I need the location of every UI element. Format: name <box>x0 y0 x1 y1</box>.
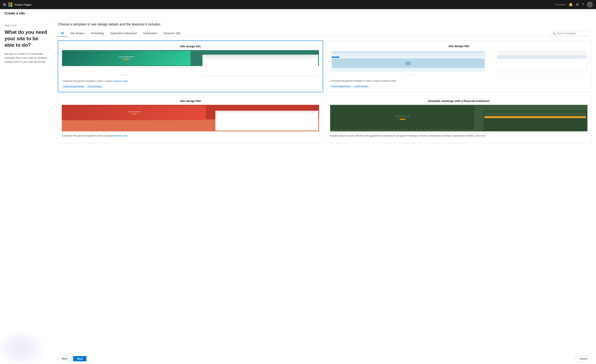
apps-icon[interactable]: ⊞ <box>3 2 6 7</box>
nav-logo: Power Pages <box>8 2 31 7</box>
template-title-schedule: Schedule meetings with a financial insti… <box>330 99 588 103</box>
environment-label: Environment <box>555 4 566 6</box>
template-preview-003: Create an engaging headline, welcome, or… <box>62 105 319 131</box>
template-preview-001: Create an engaging headline, welcome, or… <box>62 50 319 77</box>
template-tags-001: Power Portals Default Cross-Industry <box>62 85 319 88</box>
template-desc-002: Customize this generic template to solve… <box>330 79 588 83</box>
tag-cross-industry-002: Cross-Industry <box>353 85 370 88</box>
preview-side-002 <box>497 51 587 72</box>
tab-all[interactable]: All <box>58 30 67 37</box>
page-header: Create a site <box>0 9 596 18</box>
template-desc-link-001: business need. <box>113 80 128 82</box>
template-tags-002: Power Pages Blank Cross-Industry <box>330 85 588 88</box>
tab-application-submission[interactable]: Application submission <box>107 30 140 37</box>
template-preview-schedule: Welcome to [Insert Institution Name] Boo… <box>330 105 588 131</box>
content-header: Choose a template to see design details … <box>53 18 596 37</box>
environment-area: Environment <box>555 4 566 6</box>
template-card-site-design-001[interactable]: Site design 001 Create an engaging headl… <box>58 40 323 92</box>
template-title-001: Site design 001 <box>62 45 319 48</box>
svg-rect-2 <box>8 5 10 7</box>
template-card-schedule-meetings[interactable]: Schedule meetings with a financial insti… <box>326 95 591 144</box>
user-avatar[interactable] <box>587 1 593 7</box>
template-card-site-design-002[interactable]: Site design 002 <box>326 40 591 92</box>
next-button[interactable]: Next <box>73 356 86 361</box>
page-title: Create a site <box>5 11 25 15</box>
settings-icon[interactable]: ⚙ <box>576 2 579 7</box>
preview-detail-003 <box>215 111 318 131</box>
template-desc-link-003: business need <box>113 134 127 137</box>
preview-detail-001 <box>202 55 318 76</box>
tag-power-portals-default: Power Portals Default <box>62 85 85 88</box>
sidebar: Step 1 of 2 What do you need your site t… <box>0 18 53 364</box>
template-desc-001: Customize this generic template to solve… <box>62 79 319 83</box>
top-nav: ⊞ Power Pages Environment 🔔 ⚙ ? <box>0 0 596 9</box>
preview-detail-schedule <box>484 111 587 131</box>
template-preview-002: Introduction section <box>330 50 588 76</box>
help-icon[interactable]: ? <box>582 3 584 7</box>
step-indicator: Step 1 of 2 <box>5 24 48 27</box>
svg-rect-0 <box>8 2 10 4</box>
preview-image-003: Create an engaging headline, welcome, or… <box>62 105 319 131</box>
svg-rect-1 <box>10 2 12 4</box>
template-desc-003: Customize this generic template to solve… <box>62 134 319 137</box>
bottom-bar: Back Next Cancel <box>53 354 596 364</box>
bell-icon[interactable]: 🔔 <box>569 2 573 7</box>
template-desc-schedule: Enables simple location selection and ap… <box>330 134 588 137</box>
template-title-003: Site design 003 <box>62 99 319 103</box>
template-card-site-design-003[interactable]: Site design 003 Create an engaging headl… <box>58 95 323 144</box>
preview-main-002 <box>331 51 485 72</box>
sidebar-heading: What do you need your site to be able to… <box>5 29 48 48</box>
tab-registration[interactable]: Registration <box>140 30 161 37</box>
app-title: Power Pages <box>15 3 31 6</box>
preview-image-001: Create an engaging headline, welcome, or… <box>62 50 319 77</box>
tab-site-designs[interactable]: Site designs <box>67 30 88 37</box>
search-input[interactable] <box>557 32 585 35</box>
content-title: Choose a template to see design details … <box>58 22 591 26</box>
svg-rect-3 <box>10 5 12 7</box>
tag-power-pages-blank: Power Pages Blank <box>330 85 351 88</box>
microsoft-logo <box>8 2 12 7</box>
template-title-002: Site design 002 <box>330 45 588 48</box>
templates-grid: Site design 001 Create an engaging headl… <box>53 37 596 354</box>
tab-dynamics365[interactable]: Dynamics 365 <box>161 30 184 37</box>
tag-cross-industry-001: Cross-Industry <box>87 85 103 88</box>
tab-scheduling[interactable]: Scheduling <box>88 30 107 37</box>
search-icon: 🔍 <box>552 32 556 35</box>
sidebar-decoration <box>0 329 45 364</box>
content-area: Choose a template to see design details … <box>53 18 596 364</box>
main-layout: Step 1 of 2 What do you need your site t… <box>0 18 596 364</box>
back-button[interactable]: Back <box>58 356 72 362</box>
cancel-button[interactable]: Cancel <box>575 356 591 362</box>
preview-image-schedule: Welcome to [Insert Institution Name] Boo… <box>330 105 588 131</box>
nav-right: Environment 🔔 ⚙ ? <box>555 1 593 7</box>
preview-image-002: Introduction section <box>330 50 588 76</box>
template-tabs: All Site designs Scheduling Application … <box>58 30 591 37</box>
sidebar-description: We have a number of customizable templat… <box>5 52 48 64</box>
search-box[interactable]: 🔍 <box>551 31 589 36</box>
